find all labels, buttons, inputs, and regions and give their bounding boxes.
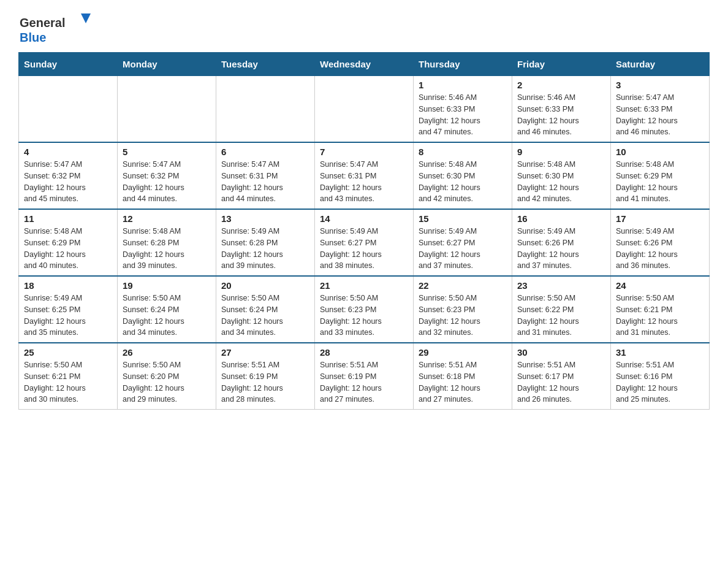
calendar-cell — [216, 76, 315, 143]
day-number: 10 — [616, 147, 704, 157]
day-info: Sunrise: 5:51 AM Sunset: 6:19 PM Dayligh… — [221, 359, 309, 405]
calendar-cell: 12Sunrise: 5:48 AM Sunset: 6:28 PM Dayli… — [118, 209, 216, 276]
day-info: Sunrise: 5:49 AM Sunset: 6:27 PM Dayligh… — [419, 226, 507, 272]
day-number: 9 — [517, 147, 605, 157]
calendar-cell: 9Sunrise: 5:48 AM Sunset: 6:30 PM Daylig… — [512, 142, 611, 209]
day-number: 19 — [123, 280, 211, 291]
calendar-cell — [19, 76, 118, 143]
day-info: Sunrise: 5:51 AM Sunset: 6:19 PM Dayligh… — [320, 359, 408, 405]
calendar-cell: 31Sunrise: 5:51 AM Sunset: 6:16 PM Dayli… — [611, 343, 710, 410]
day-header-tuesday: Tuesday — [216, 53, 315, 76]
day-number: 8 — [419, 147, 507, 157]
day-info: Sunrise: 5:50 AM Sunset: 6:21 PM Dayligh… — [616, 293, 704, 339]
week-row-3: 11Sunrise: 5:48 AM Sunset: 6:29 PM Dayli… — [19, 209, 710, 276]
day-info: Sunrise: 5:49 AM Sunset: 6:26 PM Dayligh… — [616, 226, 704, 272]
calendar-cell: 19Sunrise: 5:50 AM Sunset: 6:24 PM Dayli… — [118, 276, 216, 343]
calendar-cell: 7Sunrise: 5:47 AM Sunset: 6:31 PM Daylig… — [315, 142, 414, 209]
day-info: Sunrise: 5:46 AM Sunset: 6:33 PM Dayligh… — [419, 92, 507, 138]
day-info: Sunrise: 5:48 AM Sunset: 6:28 PM Dayligh… — [123, 226, 211, 272]
svg-text:Blue: Blue — [20, 31, 46, 44]
day-number: 11 — [24, 213, 112, 224]
calendar-cell: 29Sunrise: 5:51 AM Sunset: 6:18 PM Dayli… — [414, 343, 512, 410]
day-info: Sunrise: 5:49 AM Sunset: 6:25 PM Dayligh… — [24, 293, 112, 339]
calendar-table: SundayMondayTuesdayWednesdayThursdayFrid… — [18, 52, 710, 410]
logo: General Blue — [18, 12, 92, 46]
calendar-cell: 28Sunrise: 5:51 AM Sunset: 6:19 PM Dayli… — [315, 343, 414, 410]
day-header-wednesday: Wednesday — [315, 53, 414, 76]
calendar-cell: 30Sunrise: 5:51 AM Sunset: 6:17 PM Dayli… — [512, 343, 611, 410]
day-info: Sunrise: 5:49 AM Sunset: 6:27 PM Dayligh… — [320, 226, 408, 272]
days-header-row: SundayMondayTuesdayWednesdayThursdayFrid… — [19, 53, 710, 76]
calendar-cell: 20Sunrise: 5:50 AM Sunset: 6:24 PM Dayli… — [216, 276, 315, 343]
day-number: 23 — [517, 280, 605, 291]
day-header-monday: Monday — [118, 53, 216, 76]
day-number: 27 — [221, 347, 309, 358]
day-info: Sunrise: 5:50 AM Sunset: 6:22 PM Dayligh… — [517, 293, 605, 339]
calendar-cell: 25Sunrise: 5:50 AM Sunset: 6:21 PM Dayli… — [19, 343, 118, 410]
day-number: 22 — [419, 280, 507, 291]
day-info: Sunrise: 5:48 AM Sunset: 6:29 PM Dayligh… — [24, 226, 112, 272]
day-info: Sunrise: 5:50 AM Sunset: 6:24 PM Dayligh… — [221, 293, 309, 339]
week-row-1: 1Sunrise: 5:46 AM Sunset: 6:33 PM Daylig… — [19, 76, 710, 143]
day-info: Sunrise: 5:49 AM Sunset: 6:26 PM Dayligh… — [517, 226, 605, 272]
calendar-cell: 11Sunrise: 5:48 AM Sunset: 6:29 PM Dayli… — [19, 209, 118, 276]
calendar-cell: 22Sunrise: 5:50 AM Sunset: 6:23 PM Dayli… — [414, 276, 512, 343]
day-number: 14 — [320, 213, 408, 224]
calendar-cell: 27Sunrise: 5:51 AM Sunset: 6:19 PM Dayli… — [216, 343, 315, 410]
day-number: 18 — [24, 280, 112, 291]
day-header-saturday: Saturday — [611, 53, 710, 76]
day-info: Sunrise: 5:51 AM Sunset: 6:16 PM Dayligh… — [616, 359, 704, 405]
day-info: Sunrise: 5:50 AM Sunset: 6:24 PM Dayligh… — [123, 293, 211, 339]
calendar-cell: 16Sunrise: 5:49 AM Sunset: 6:26 PM Dayli… — [512, 209, 611, 276]
calendar-cell: 4Sunrise: 5:47 AM Sunset: 6:32 PM Daylig… — [19, 142, 118, 209]
calendar-cell: 1Sunrise: 5:46 AM Sunset: 6:33 PM Daylig… — [414, 76, 512, 143]
logo-svg: General Blue — [18, 12, 92, 46]
calendar-cell: 8Sunrise: 5:48 AM Sunset: 6:30 PM Daylig… — [414, 142, 512, 209]
day-header-sunday: Sunday — [19, 53, 118, 76]
day-number: 31 — [616, 347, 704, 358]
calendar-cell: 13Sunrise: 5:49 AM Sunset: 6:28 PM Dayli… — [216, 209, 315, 276]
day-number: 24 — [616, 280, 704, 291]
day-number: 7 — [320, 147, 408, 157]
week-row-4: 18Sunrise: 5:49 AM Sunset: 6:25 PM Dayli… — [19, 276, 710, 343]
day-info: Sunrise: 5:50 AM Sunset: 6:23 PM Dayligh… — [320, 293, 408, 339]
calendar-cell — [315, 76, 414, 143]
calendar-cell: 24Sunrise: 5:50 AM Sunset: 6:21 PM Dayli… — [611, 276, 710, 343]
calendar-cell: 26Sunrise: 5:50 AM Sunset: 6:20 PM Dayli… — [118, 343, 216, 410]
day-number: 28 — [320, 347, 408, 358]
day-number: 2 — [517, 80, 605, 90]
day-info: Sunrise: 5:51 AM Sunset: 6:18 PM Dayligh… — [419, 359, 507, 405]
day-info: Sunrise: 5:50 AM Sunset: 6:20 PM Dayligh… — [123, 359, 211, 405]
calendar-cell: 14Sunrise: 5:49 AM Sunset: 6:27 PM Dayli… — [315, 209, 414, 276]
calendar-cell: 21Sunrise: 5:50 AM Sunset: 6:23 PM Dayli… — [315, 276, 414, 343]
day-number: 13 — [221, 213, 309, 224]
day-number: 25 — [24, 347, 112, 358]
calendar-cell: 23Sunrise: 5:50 AM Sunset: 6:22 PM Dayli… — [512, 276, 611, 343]
calendar-cell — [118, 76, 216, 143]
svg-text:General: General — [20, 16, 65, 29]
day-header-thursday: Thursday — [414, 53, 512, 76]
day-info: Sunrise: 5:48 AM Sunset: 6:30 PM Dayligh… — [419, 159, 507, 205]
day-number: 26 — [123, 347, 211, 358]
day-info: Sunrise: 5:50 AM Sunset: 6:23 PM Dayligh… — [419, 293, 507, 339]
day-number: 3 — [616, 80, 704, 90]
week-row-5: 25Sunrise: 5:50 AM Sunset: 6:21 PM Dayli… — [19, 343, 710, 410]
day-number: 30 — [517, 347, 605, 358]
day-info: Sunrise: 5:47 AM Sunset: 6:32 PM Dayligh… — [123, 159, 211, 205]
day-number: 16 — [517, 213, 605, 224]
day-number: 20 — [221, 280, 309, 291]
day-number: 1 — [419, 80, 507, 90]
day-info: Sunrise: 5:50 AM Sunset: 6:21 PM Dayligh… — [24, 359, 112, 405]
week-row-2: 4Sunrise: 5:47 AM Sunset: 6:32 PM Daylig… — [19, 142, 710, 209]
calendar-cell: 15Sunrise: 5:49 AM Sunset: 6:27 PM Dayli… — [414, 209, 512, 276]
day-number: 15 — [419, 213, 507, 224]
day-info: Sunrise: 5:51 AM Sunset: 6:17 PM Dayligh… — [517, 359, 605, 405]
calendar-cell: 10Sunrise: 5:48 AM Sunset: 6:29 PM Dayli… — [611, 142, 710, 209]
day-info: Sunrise: 5:48 AM Sunset: 6:29 PM Dayligh… — [616, 159, 704, 205]
calendar-cell: 6Sunrise: 5:47 AM Sunset: 6:31 PM Daylig… — [216, 142, 315, 209]
svg-marker-1 — [81, 13, 91, 23]
day-info: Sunrise: 5:47 AM Sunset: 6:31 PM Dayligh… — [320, 159, 408, 205]
day-number: 12 — [123, 213, 211, 224]
calendar-cell: 5Sunrise: 5:47 AM Sunset: 6:32 PM Daylig… — [118, 142, 216, 209]
day-info: Sunrise: 5:48 AM Sunset: 6:30 PM Dayligh… — [517, 159, 605, 205]
